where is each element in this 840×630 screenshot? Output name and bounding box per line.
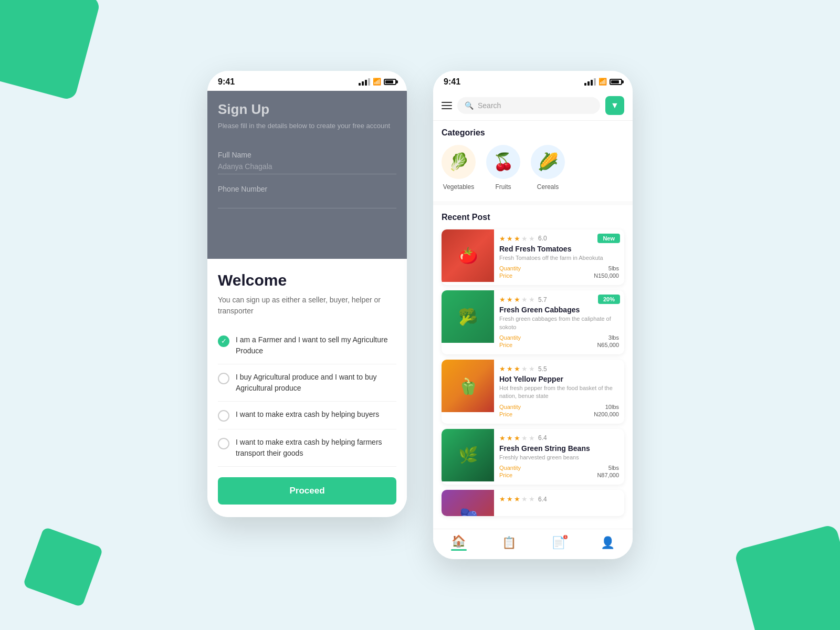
post-icon: 📄 1 bbox=[551, 536, 565, 550]
product-card-tomatoes[interactable]: 🍅 New ★ ★ ★ ★ ★ 6.0 Red Fresh Tomatoes F… bbox=[442, 229, 624, 285]
product-image-last: 🫐 bbox=[442, 490, 494, 516]
product-info-pepper: ★ ★ ★ ★ ★ 5.5 Hot Yellow Pepper Hot fres… bbox=[494, 360, 624, 424]
radio-circle-transporter bbox=[218, 438, 229, 449]
home-icon: 🏠 bbox=[452, 534, 466, 548]
category-vegetables[interactable]: 🥬 Vegetables bbox=[442, 145, 476, 191]
product-name-tomatoes: Red Fresh Tomatoes bbox=[499, 245, 619, 253]
product-meta-price-cabbage: Price N65,000 bbox=[499, 342, 619, 348]
search-bar[interactable]: 🔍 Search bbox=[457, 97, 600, 114]
nav-active-indicator bbox=[451, 549, 467, 551]
qty-value: 3lbs bbox=[608, 334, 619, 341]
product-card-pepper[interactable]: 🫑 ★ ★ ★ ★ ★ 5.5 Hot Yellow Pepper Hot fr… bbox=[442, 360, 624, 424]
qty-label: Quantity bbox=[499, 465, 521, 471]
rating-cabbage: 5.7 bbox=[538, 296, 547, 303]
product-desc-pepper: Hot fresh pepper from the food basket of… bbox=[499, 384, 619, 401]
nav-post[interactable]: 📄 1 bbox=[551, 536, 565, 550]
deco-bottom-right bbox=[734, 524, 840, 630]
star2: ★ bbox=[507, 365, 513, 373]
star3: ★ bbox=[514, 296, 520, 303]
product-meta-price-beans: Price N87,000 bbox=[499, 472, 619, 478]
hamburger-menu-icon[interactable] bbox=[442, 102, 452, 109]
categories-title: Categories bbox=[442, 128, 624, 138]
phone-signup: 9:41 📶 Sign Up Please fill in the detail… bbox=[207, 71, 407, 517]
fullname-field[interactable]: Full Name Adanya Chagala bbox=[218, 151, 396, 174]
product-meta-price-pepper: Price N200,000 bbox=[499, 411, 619, 417]
vegetables-icon-wrap: 🥬 bbox=[442, 145, 476, 179]
filter-icon: ▼ bbox=[611, 101, 619, 110]
star3: ★ bbox=[514, 495, 520, 503]
profile-icon: 👤 bbox=[601, 536, 615, 550]
cereals-icon: 🌽 bbox=[538, 152, 559, 172]
phone-field[interactable]: Phone Number bbox=[218, 185, 396, 208]
price-label: Price bbox=[499, 342, 512, 348]
nav-profile[interactable]: 👤 bbox=[601, 536, 615, 550]
product-desc-beans: Freshly harvested green beans bbox=[499, 454, 619, 461]
phone-value bbox=[218, 196, 396, 208]
star1: ★ bbox=[499, 296, 506, 303]
filter-button[interactable]: ▼ bbox=[605, 96, 624, 115]
product-card-last[interactable]: 🫐 ★ ★ ★ ★ ★ 6.4 bbox=[442, 490, 624, 516]
time-phone2: 9:41 bbox=[444, 77, 460, 87]
product-meta-qty-beans: Quantity 5lbs bbox=[499, 465, 619, 471]
signup-subtitle: Please fill in the details below to crea… bbox=[218, 122, 396, 130]
product-desc-tomatoes: Fresh Tomatoes off the farm in Abeokuta bbox=[499, 254, 619, 262]
fruits-label: Fruits bbox=[496, 183, 511, 191]
price-label: Price bbox=[499, 472, 512, 478]
proceed-button[interactable]: Proceed bbox=[218, 477, 396, 505]
signup-title: Sign Up bbox=[218, 101, 396, 118]
product-info-cabbage: 20% ★ ★ ★ ★ ★ 5.7 Fresh Green Cabbages F… bbox=[494, 290, 624, 354]
price-value: N65,000 bbox=[597, 342, 619, 348]
option-transporter[interactable]: I want to make extra cash by helping far… bbox=[218, 429, 396, 467]
star4: ★ bbox=[521, 495, 528, 503]
option-buyer-label: I buy Agricultural produce and I want to… bbox=[236, 372, 396, 394]
phone-label: Phone Number bbox=[218, 185, 396, 193]
phone-marketplace: 9:41 📶 🔍 Search ▼ bbox=[433, 71, 633, 559]
signal-icon bbox=[359, 78, 370, 86]
price-label: Price bbox=[499, 411, 512, 417]
cereals-icon-wrap: 🌽 bbox=[531, 145, 565, 179]
star2: ★ bbox=[507, 296, 513, 303]
category-cereals[interactable]: 🌽 Cereals bbox=[531, 145, 565, 191]
status-icons-phone2: 📶 bbox=[584, 78, 622, 86]
search-icon: 🔍 bbox=[465, 101, 474, 110]
option-farmer[interactable]: ✓ I am a Farmer and I want to sell my Ag… bbox=[218, 327, 396, 364]
phones-container: 9:41 📶 Sign Up Please fill in the detail… bbox=[207, 71, 633, 559]
product-card-cabbage[interactable]: 🥦 20% ★ ★ ★ ★ ★ 5.7 Fresh Green Cabbages… bbox=[442, 290, 624, 354]
welcome-title: Welcome bbox=[218, 271, 396, 289]
wifi-icon-2: 📶 bbox=[598, 78, 607, 86]
option-buyer[interactable]: I buy Agricultural produce and I want to… bbox=[218, 364, 396, 402]
battery-icon-2 bbox=[610, 79, 622, 85]
radio-circle-helper bbox=[218, 410, 229, 422]
product-badge-discount: 20% bbox=[598, 295, 620, 304]
search-input[interactable]: Search bbox=[478, 101, 501, 110]
star2: ★ bbox=[507, 434, 513, 442]
product-image-beans: 🌿 bbox=[442, 429, 494, 481]
star4: ★ bbox=[521, 235, 528, 243]
product-card-beans[interactable]: 🌿 ★ ★ ★ ★ ★ 6.4 Fresh Green String Beans… bbox=[442, 429, 624, 485]
status-icons-phone1: 📶 bbox=[359, 78, 396, 86]
nav-orders[interactable]: 📋 bbox=[502, 536, 516, 550]
product-meta-qty-cabbage: Quantity 3lbs bbox=[499, 334, 619, 341]
star3: ★ bbox=[514, 434, 520, 442]
signup-form-top: Sign Up Please fill in the details below… bbox=[207, 91, 407, 259]
product-name-beans: Fresh Green String Beans bbox=[499, 444, 619, 453]
star5: ★ bbox=[529, 495, 535, 503]
cereals-label: Cereals bbox=[537, 183, 559, 191]
qty-value: 5lbs bbox=[608, 265, 619, 271]
fruits-icon: 🍒 bbox=[493, 152, 514, 172]
star5: ★ bbox=[529, 434, 535, 442]
star1: ★ bbox=[499, 434, 506, 442]
product-info-beans: ★ ★ ★ ★ ★ 6.4 Fresh Green String Beans F… bbox=[494, 429, 624, 485]
stars-beans: ★ ★ ★ ★ ★ 6.4 bbox=[499, 434, 619, 442]
vegetables-icon: 🥬 bbox=[448, 152, 469, 172]
product-image-pepper: 🫑 bbox=[442, 360, 494, 412]
option-helper-label: I want to make extra cash by helping buy… bbox=[236, 409, 379, 420]
star4: ★ bbox=[521, 434, 528, 442]
option-helper[interactable]: I want to make extra cash by helping buy… bbox=[218, 402, 396, 429]
product-image-cabbage: 🥦 bbox=[442, 290, 494, 343]
status-bar-phone2: 9:41 📶 bbox=[433, 71, 633, 91]
post-badge: 1 bbox=[563, 535, 568, 539]
option-farmer-label: I am a Farmer and I want to sell my Agri… bbox=[236, 334, 396, 356]
nav-home[interactable]: 🏠 bbox=[451, 534, 467, 551]
category-fruits[interactable]: 🍒 Fruits bbox=[486, 145, 520, 191]
